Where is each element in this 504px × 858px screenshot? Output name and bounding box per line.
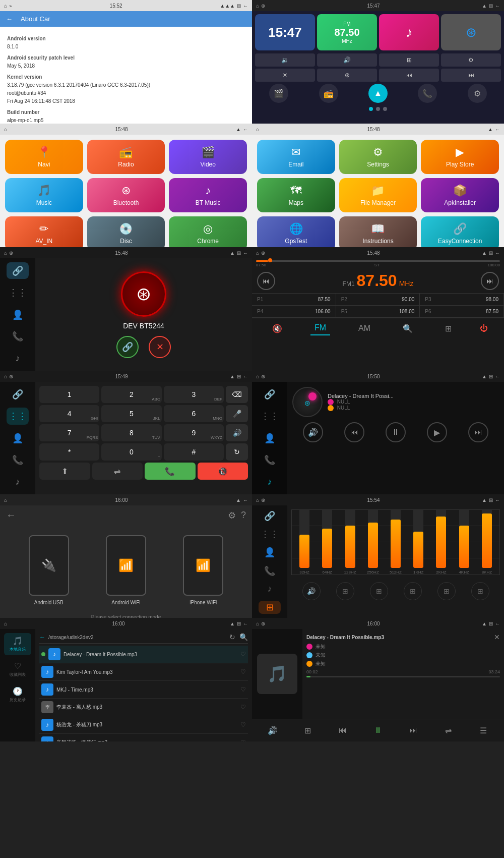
btm-link-icon[interactable]: 🔗	[259, 386, 281, 403]
nav-btn[interactable]: ▲	[368, 84, 388, 103]
radio-btn[interactable]: 📻	[319, 84, 338, 103]
player-list-btn[interactable]: ☰	[475, 722, 491, 738]
app-settings[interactable]: ⚙Settings	[339, 140, 417, 174]
home-al[interactable]: ⌂	[4, 127, 7, 132]
fm-preset-1[interactable]: P187.50	[252, 294, 336, 306]
fm-mute-btn[interactable]: 🔇	[268, 322, 286, 335]
bt-sidebar-link[interactable]: 🔗	[7, 262, 29, 279]
app-filemanager[interactable]: 📁File Manager	[339, 178, 417, 212]
player-pause-btn[interactable]: ⏸	[370, 722, 386, 738]
app-disc[interactable]: 💿Disc	[87, 216, 165, 247]
key-9[interactable]: 9WXYZ	[164, 424, 224, 441]
fm-search-btn[interactable]: 🔍	[399, 322, 417, 335]
music-track-2[interactable]: ♪ Kim Taylor-I Am You.mp3 ♡	[39, 663, 248, 681]
dot-1[interactable]	[369, 107, 373, 111]
time-tile[interactable]: 15:47	[255, 14, 315, 50]
btm-calls-icon[interactable]: 📞	[259, 451, 281, 468]
music-history-tab[interactable]: 🕐 历史记录	[4, 683, 31, 706]
fm-prev-btn[interactable]: ⏮	[257, 272, 275, 290]
home-eq[interactable]: ⌂	[256, 497, 259, 503]
fm-preset-5[interactable]: P5108.00	[336, 306, 420, 318]
eq-vol-btn[interactable]: 🔊	[302, 582, 321, 600]
back-arrow[interactable]: ←	[6, 15, 13, 23]
conn-android-wifi[interactable]: 📶 Android WiFi	[106, 535, 146, 605]
music-track-3[interactable]: ♪ MKJ - Time.mp3 ♡	[39, 681, 248, 699]
key-0[interactable]: 0+	[101, 443, 161, 461]
back-fm[interactable]: ←	[495, 250, 500, 256]
fm-next-btn[interactable]: ⏭	[481, 272, 499, 290]
music-track-4[interactable]: 李 李袁杰 - 离人愁.mp3 ♡	[39, 699, 248, 716]
btm-vol-btn[interactable]: 🔊	[303, 422, 323, 442]
player-eq-btn[interactable]: ⊞	[300, 722, 316, 738]
back-mp[interactable]: ←	[495, 621, 500, 626]
bt-sidebar-contacts[interactable]: 👤	[7, 306, 29, 323]
app-avin[interactable]: ✏AV_IN	[5, 216, 83, 247]
app-radio[interactable]: 📻Radio	[87, 140, 165, 174]
bt-sidebar-calls[interactable]: 📞	[7, 328, 29, 345]
player-close-btn[interactable]: ✕	[494, 633, 500, 641]
player-next-btn[interactable]: ⏭	[405, 722, 421, 738]
app-video[interactable]: 🎬Video	[169, 140, 247, 174]
bt-sidebar-grid[interactable]: ⋮⋮	[7, 284, 29, 301]
home-conn[interactable]: ⌂	[4, 497, 7, 503]
dialer-link-icon[interactable]: 🔗	[7, 386, 29, 403]
brightness-btn[interactable]: ☀	[255, 69, 315, 82]
btm-next-btn[interactable]: ⏭	[468, 422, 488, 442]
connmode-settings[interactable]: ⚙	[228, 510, 236, 521]
app-chrome[interactable]: ◎Chrome	[169, 216, 247, 247]
vol-up-btn[interactable]: 🔊	[317, 53, 377, 67]
key-hash[interactable]: #	[164, 443, 224, 461]
back-ar[interactable]: ←	[495, 127, 500, 132]
home-icon-dash[interactable]: ⌂	[256, 3, 259, 9]
player-progress-bg[interactable]	[306, 676, 500, 677]
key-backspace[interactable]: ⌫	[226, 386, 248, 403]
app-playstore[interactable]: ▶Play Store	[421, 140, 499, 174]
app-maps[interactable]: 🗺Maps	[257, 178, 335, 212]
app-navi[interactable]: 📍Navi	[5, 140, 83, 174]
fm-eq-btn[interactable]: ⊞	[441, 322, 456, 335]
dialer-end-btn[interactable]: 📵	[198, 463, 248, 480]
bt-connect-btn[interactable]: 🔗	[116, 336, 139, 358]
eq-eq-icon[interactable]: ⊞	[259, 601, 281, 614]
path-back-btn[interactable]: ←	[39, 634, 45, 641]
dialer-misc1[interactable]: ⬆	[39, 463, 90, 480]
back-al[interactable]: ←	[243, 127, 248, 132]
dialer-contacts-icon[interactable]: 👤	[7, 430, 29, 446]
btm-play-btn[interactable]: ▶	[427, 422, 447, 442]
connmode-back[interactable]: ←	[6, 509, 16, 521]
next-btn[interactable]: ⏭	[441, 69, 501, 82]
key-2[interactable]: 2ABC	[101, 386, 161, 403]
track-heart-6[interactable]: ♡	[240, 739, 246, 741]
fm-fm-btn[interactable]: FM	[310, 321, 330, 335]
key-7[interactable]: 7PQRS	[39, 424, 99, 441]
home-icon[interactable]: ⌂	[4, 3, 7, 9]
eq-music-icon[interactable]: ♪	[259, 583, 281, 596]
home-mp[interactable]: ⌂	[256, 621, 259, 626]
player-vol-btn[interactable]: 🔊	[265, 722, 281, 738]
dialer-call-btn[interactable]: 📞	[145, 463, 196, 480]
fm-preset-3[interactable]: P398.00	[420, 294, 504, 306]
key-vol[interactable]: 🔊	[226, 424, 248, 441]
back-btm[interactable]: ←	[495, 374, 500, 379]
dialer-calls-icon[interactable]: 📞	[7, 451, 29, 468]
music-local-tab[interactable]: 🎵 本地音乐	[4, 633, 31, 655]
music-track-5[interactable]: ♪ 杨浩龙 - 杀猪刀.mp3 ♡	[39, 716, 248, 734]
app-bluetooth[interactable]: ⊛Bluetooth	[87, 178, 165, 212]
key-1[interactable]: 1	[39, 386, 99, 403]
connmode-help[interactable]: ?	[241, 510, 246, 521]
music-favorites-tab[interactable]: ♡ 收藏列表	[4, 658, 31, 680]
fm-power-btn[interactable]: ⏻	[480, 324, 488, 333]
conn-iphone-wifi[interactable]: 📶 iPhone WiFi	[183, 535, 223, 605]
back-dash[interactable]: ←	[495, 3, 500, 9]
tune-btn[interactable]: ⊛	[317, 69, 377, 82]
key-reload[interactable]: ↻	[226, 443, 248, 461]
music-track-1[interactable]: ♪ Delacey - Dream It Possible.mp3 ♡	[39, 646, 248, 663]
eq-link-icon[interactable]: 🔗	[259, 509, 281, 523]
back-ml[interactable]: ←	[243, 621, 248, 626]
eq-btn5[interactable]: ⊞	[471, 582, 489, 600]
home-ml[interactable]: ⌂	[4, 621, 7, 626]
app-easyconn[interactable]: 🔗EasyConnection	[421, 216, 499, 247]
eq-btn2[interactable]: ⊞	[370, 582, 388, 600]
app-gpstest[interactable]: 🌐GpsTest	[257, 216, 335, 247]
btm-music-icon[interactable]: ♪	[259, 474, 281, 490]
